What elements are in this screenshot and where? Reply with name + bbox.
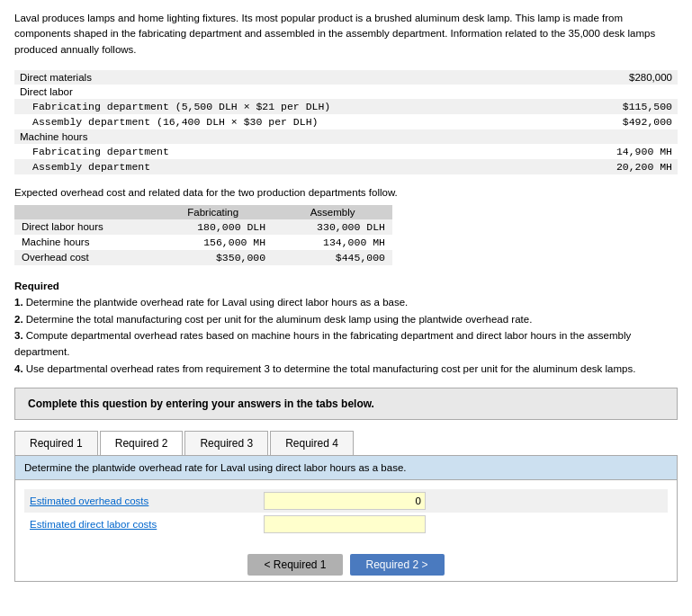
next-button[interactable]: Required 2 > — [350, 554, 445, 576]
tab-required-3[interactable]: Required 3 — [184, 431, 268, 455]
nav-buttons: < Required 1 Required 2 > — [15, 545, 677, 581]
required-section: Required 1. Determine the plantwide over… — [14, 278, 678, 377]
answer-table: Estimated overhead costsEstimated direct… — [24, 489, 668, 536]
intro-paragraph: Laval produces lamps and home lighting f… — [14, 11, 678, 58]
cost-data-table: Direct materials$280,000Direct laborFabr… — [14, 70, 678, 174]
tab-required-1[interactable]: Required 1 — [14, 431, 98, 455]
tab-content: Determine the plantwide overhead rate fo… — [14, 456, 678, 582]
overhead-section-label: Expected overhead cost and related data … — [14, 187, 678, 198]
required-title: Required — [14, 281, 59, 291]
answer-label-0[interactable]: Estimated overhead costs — [30, 495, 148, 506]
answer-input-1[interactable] — [264, 515, 426, 533]
tabs-row: Required 1 Required 2 Required 3 Require… — [14, 431, 678, 456]
answer-input-0[interactable] — [264, 492, 426, 510]
tab-required-2[interactable]: Required 2 — [100, 431, 184, 455]
tab-required-4[interactable]: Required 4 — [270, 431, 354, 455]
complete-box: Complete this question by entering your … — [14, 388, 678, 420]
prev-button[interactable]: < Required 1 — [247, 554, 342, 576]
overhead-table: FabricatingAssembly Direct labor hours18… — [14, 205, 392, 265]
answer-label-1[interactable]: Estimated direct labor costs — [30, 519, 157, 530]
answer-area: Estimated overhead costsEstimated direct… — [15, 480, 677, 545]
tab-instruction: Determine the plantwide overhead rate fo… — [15, 456, 677, 480]
